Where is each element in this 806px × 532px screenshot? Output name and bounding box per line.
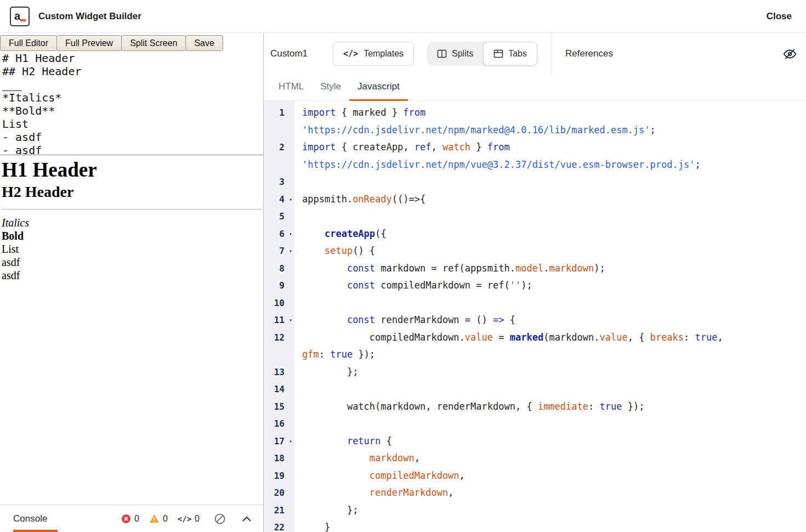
templates-button[interactable]: </> Templates [333, 42, 414, 66]
preview-h2: H2 Header [2, 183, 262, 201]
code-text[interactable]: renderMarkdown, [294, 484, 806, 502]
save-button[interactable]: Save [185, 35, 223, 51]
code-text[interactable]: } [294, 519, 806, 532]
logo-cursor-accent [20, 19, 26, 21]
code-line[interactable]: 8 const markdown = ref(appsmith.model.ma… [264, 260, 806, 278]
code-text[interactable]: import { marked } from [294, 104, 806, 122]
line-number: 3 [279, 173, 285, 191]
code-line[interactable]: 18 markdown, [264, 450, 806, 467]
line-number-gutter: 3 [264, 173, 294, 191]
code-panel-header: Custom1 </> Templates Splits Tabs Refere… [264, 33, 806, 75]
code-text[interactable] [294, 173, 806, 191]
code-line[interactable]: gfm: true }); [264, 346, 806, 364]
chevron-up-icon [241, 516, 252, 522]
line-number-gutter: 22 [264, 519, 294, 532]
code-line[interactable]: 1import { marked } from [264, 104, 806, 122]
splits-segment[interactable]: Splits [427, 42, 483, 66]
code-line[interactable]: 22 } [264, 519, 806, 532]
code-text[interactable] [294, 381, 806, 398]
markdown-panel: Full Editor Full Preview Split Screen Sa… [0, 33, 264, 532]
code-text[interactable] [294, 295, 806, 312]
tabs-segment[interactable]: Tabs [483, 42, 537, 66]
javascript-code-editor[interactable]: 1import { marked } from'https://cdn.jsde… [264, 101, 806, 532]
line-number: 15 [274, 398, 285, 416]
error-counter[interactable]: 0 [121, 514, 139, 524]
code-line[interactable]: 16 [264, 415, 806, 433]
expand-console-button[interactable] [241, 516, 252, 522]
code-line[interactable]: 3 [264, 173, 806, 191]
line-number-gutter: 8 [264, 260, 294, 278]
markdown-source[interactable]: # H1 Header ## H2 Header ___ *Italics* *… [0, 51, 263, 155]
code-line[interactable]: 5 [264, 208, 806, 225]
code-line[interactable]: 19 compiledMarkdown, [264, 467, 806, 485]
line-number: 4 [279, 191, 285, 208]
line-number-gutter: 19 [264, 467, 294, 485]
code-text[interactable]: const renderMarkdown = () => { [294, 312, 806, 329]
code-text[interactable]: const compiledMarkdown = ref(''); [294, 277, 806, 295]
code-line[interactable]: 'https://cdn.jsdelivr.net/npm/marked@4.0… [264, 122, 806, 139]
code-line[interactable]: 17▾ return { [264, 433, 806, 450]
fold-arrow-icon[interactable]: ▾ [289, 242, 292, 260]
code-text[interactable]: createApp({ [294, 225, 806, 243]
line-number: 19 [274, 467, 285, 485]
code-line[interactable]: 9 const compiledMarkdown = ref(''); [264, 277, 806, 295]
code-line[interactable]: 11▾ const renderMarkdown = () => { [264, 312, 806, 329]
code-line[interactable]: 14 [264, 381, 806, 398]
line-number-gutter: 16 [264, 415, 294, 433]
full-preview-button[interactable]: Full Preview [56, 35, 122, 51]
line-number: 5 [279, 208, 285, 225]
fold-arrow-icon[interactable]: ▾ [289, 433, 292, 450]
tab-html[interactable]: HTML [270, 81, 312, 100]
code-line[interactable]: 21 }; [264, 502, 806, 519]
code-text[interactable]: }; [294, 364, 806, 381]
log-counter[interactable]: </> 0 [178, 514, 200, 524]
code-text[interactable]: markdown, [294, 450, 806, 467]
code-text[interactable]: watch(markdown, renderMarkdown, { immedi… [294, 398, 806, 416]
code-line[interactable]: 2import { createApp, ref, watch } from [264, 139, 806, 156]
code-line[interactable]: 13 }; [264, 364, 806, 381]
templates-code-icon: </> [343, 49, 358, 59]
line-number: 13 [274, 364, 285, 381]
preview-plain-lines: Listasdfasdf [2, 242, 262, 282]
hide-references-button[interactable] [782, 47, 797, 61]
code-text[interactable]: compiledMarkdown.value = marked(markdown… [294, 329, 806, 347]
code-text[interactable]: 'https://cdn.jsdelivr.net/npm/marked@4.0… [294, 122, 806, 139]
code-line[interactable]: 4▾appsmith.onReady(()=>{ [264, 191, 806, 208]
code-text[interactable] [294, 415, 806, 433]
line-number: 1 [279, 104, 285, 122]
code-text[interactable]: return { [294, 433, 806, 450]
code-line[interactable]: 15 watch(markdown, renderMarkdown, { imm… [264, 398, 806, 416]
code-text[interactable]: }; [294, 502, 806, 519]
code-text[interactable]: const markdown = ref(appsmith.model.mark… [294, 260, 806, 278]
code-text[interactable]: gfm: true }); [294, 346, 806, 364]
full-editor-button[interactable]: Full Editor [0, 35, 57, 51]
code-text[interactable] [294, 208, 806, 225]
code-line[interactable]: 10 [264, 295, 806, 312]
tab-style[interactable]: Style [312, 81, 349, 100]
code-line[interactable]: 6▾ createApp({ [264, 225, 806, 243]
code-text[interactable]: import { createApp, ref, watch } from [294, 139, 806, 156]
code-line[interactable]: 12 compiledMarkdown.value = marked(markd… [264, 329, 806, 347]
code-line[interactable]: 'https://cdn.jsdelivr.net/npm/vue@3.2.37… [264, 156, 806, 174]
code-text[interactable]: appsmith.onReady(()=>{ [294, 191, 806, 208]
layout-segmented-control: Splits Tabs [427, 42, 537, 66]
close-button[interactable]: Close [767, 11, 792, 22]
code-line[interactable]: 7▾ setup() { [264, 242, 806, 260]
clear-console-button[interactable] [214, 513, 226, 525]
code-text[interactable]: compiledMarkdown, [294, 467, 806, 485]
tab-javascript[interactable]: Javascript [349, 81, 408, 100]
preview-line: List [2, 242, 262, 256]
code-text[interactable]: 'https://cdn.jsdelivr.net/npm/vue@3.2.37… [294, 156, 806, 174]
fold-arrow-icon[interactable]: ▾ [289, 312, 292, 329]
code-text[interactable]: setup() { [294, 242, 806, 260]
fold-arrow-icon[interactable]: ▾ [289, 191, 292, 208]
line-number-gutter [264, 156, 294, 174]
console-tab[interactable]: Console [13, 513, 47, 524]
fold-arrow-icon[interactable]: ▾ [289, 225, 292, 243]
line-number: 12 [274, 329, 285, 347]
markdown-preview: H1 Header H2 Header Italics Bold Listasd… [0, 155, 263, 532]
warning-counter[interactable]: 0 [149, 514, 168, 524]
error-count: 0 [134, 514, 139, 524]
code-line[interactable]: 20 renderMarkdown, [264, 484, 806, 502]
split-screen-button[interactable]: Split Screen [121, 35, 186, 51]
